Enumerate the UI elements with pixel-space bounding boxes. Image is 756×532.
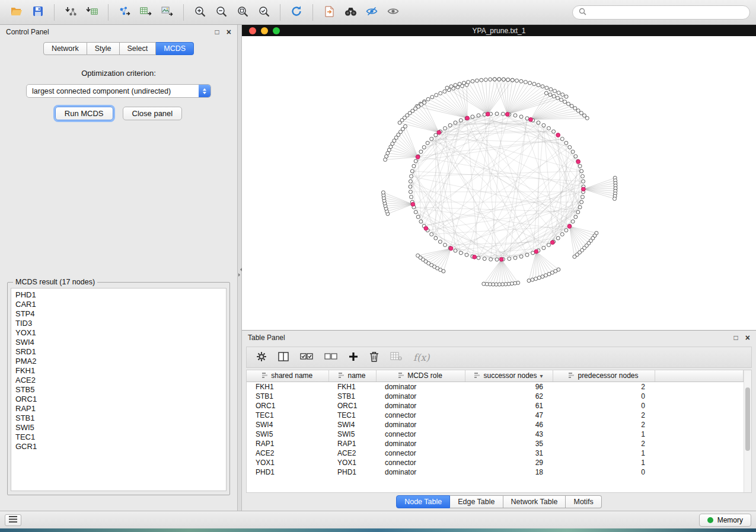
cell[interactable]: 1 (553, 448, 655, 458)
cell[interactable]: 2 (553, 382, 655, 392)
cell[interactable]: connector (376, 458, 465, 467)
cell[interactable]: PHD1 (328, 467, 376, 477)
cell[interactable]: SWI5 (328, 430, 376, 439)
cell[interactable]: 0 (553, 401, 655, 411)
mcds-result-item[interactable]: SRD1 (15, 347, 222, 357)
find-button[interactable] (340, 2, 361, 23)
column-header-MCDS-role[interactable]: MCDS role (376, 370, 465, 382)
column-header-successor-nodes[interactable]: successor nodes▾ (465, 370, 553, 382)
cell[interactable]: dominator (376, 401, 465, 411)
table-row[interactable]: TEC1TEC1connector472 (247, 411, 744, 420)
cell[interactable]: 47 (465, 411, 553, 420)
table-row[interactable]: RAP1RAP1dominator352 (247, 439, 744, 448)
close-window-icon[interactable] (249, 27, 256, 34)
cell[interactable]: 46 (465, 420, 553, 430)
open-file-button[interactable] (6, 2, 27, 23)
save-button[interactable] (27, 2, 49, 23)
cell[interactable]: PHD1 (247, 467, 328, 477)
close-table-panel-icon[interactable]: × (745, 334, 750, 342)
mcds-result-item[interactable]: SWI5 (15, 423, 222, 432)
cell[interactable]: 18 (465, 467, 553, 477)
cell[interactable]: FKH1 (247, 382, 328, 392)
cell[interactable]: 2 (553, 411, 655, 420)
cell[interactable]: dominator (376, 439, 465, 448)
cell[interactable]: 43 (465, 430, 553, 439)
zoom-selected-button[interactable] (253, 2, 275, 23)
cell[interactable]: 96 (465, 382, 553, 392)
cell[interactable]: STB1 (328, 392, 376, 401)
cell[interactable]: 1 (553, 430, 655, 439)
mcds-result-item[interactable]: SWI4 (15, 338, 222, 347)
tab-style[interactable]: Style (87, 42, 120, 55)
tab-node-table[interactable]: Node Table (396, 495, 450, 508)
export-table-button[interactable] (135, 2, 157, 23)
close-panel-icon[interactable]: × (227, 28, 231, 36)
hide-graphics-button[interactable] (361, 2, 382, 23)
cell[interactable]: 35 (465, 439, 553, 448)
mcds-result-item[interactable]: YOX1 (15, 328, 222, 338)
mcds-result-item[interactable]: ACE2 (15, 376, 222, 385)
cell[interactable]: connector (376, 448, 465, 458)
table-settings-button[interactable] (256, 351, 267, 364)
table-row[interactable]: ACE2ACE2connector311 (247, 448, 744, 458)
cell[interactable]: dominator (376, 392, 465, 401)
search-input[interactable] (590, 8, 744, 17)
export-image-button[interactable] (157, 2, 178, 23)
cell[interactable]: ORC1 (247, 401, 328, 411)
cell[interactable]: ACE2 (247, 448, 328, 458)
cell[interactable]: 0 (553, 392, 655, 401)
splitter-collapse-icons[interactable] (238, 268, 243, 277)
column-header-name[interactable]: name (328, 370, 376, 382)
float-panel-icon[interactable]: □ (215, 28, 219, 36)
cell[interactable]: TEC1 (247, 411, 328, 420)
cell[interactable]: SWI4 (247, 420, 328, 430)
cell[interactable]: dominator (376, 467, 465, 477)
cell[interactable]: 0 (553, 467, 655, 477)
mcds-result-item[interactable]: CAR1 (15, 300, 222, 309)
mcds-result-item[interactable]: ORC1 (15, 395, 222, 404)
table-row[interactable]: FKH1FKH1dominator962 (247, 382, 744, 392)
table-vertical-scrollbar[interactable] (744, 370, 751, 492)
deselect-all-button[interactable] (324, 352, 337, 363)
cell[interactable]: RAP1 (328, 439, 376, 448)
cell[interactable]: SWI4 (328, 420, 376, 430)
tab-edge-table[interactable]: Edge Table (450, 495, 503, 508)
cell[interactable]: YOX1 (328, 458, 376, 467)
network-titlebar[interactable]: YPA_prune.txt_1 (242, 25, 756, 36)
cell[interactable]: YOX1 (247, 458, 328, 467)
mcds-result-item[interactable]: PHD1 (15, 290, 222, 300)
show-columns-button[interactable] (278, 352, 289, 363)
cell[interactable]: dominator (376, 420, 465, 430)
table-row[interactable]: SWI5SWI5connector431 (247, 430, 744, 439)
delete-column-button[interactable] (369, 351, 379, 364)
select-all-button[interactable] (300, 352, 313, 363)
tab-network[interactable]: Network (43, 42, 87, 55)
mcds-result-item[interactable]: STB1 (15, 414, 222, 423)
mcds-result-item[interactable]: GCR1 (15, 442, 222, 451)
share-document-button[interactable] (318, 2, 340, 23)
network-canvas[interactable] (242, 36, 756, 330)
cell[interactable]: 61 (465, 401, 553, 411)
cell[interactable]: 29 (465, 458, 553, 467)
mcds-result-item[interactable]: PMA2 (15, 357, 222, 366)
table-row[interactable]: YOX1YOX1connector291 (247, 458, 744, 467)
mcds-result-list[interactable]: PHD1CAR1STP4TID3YOX1SWI4SRD1PMA2FKH1ACE2… (11, 288, 227, 491)
cell[interactable]: 2 (553, 439, 655, 448)
scrollbar-thumb[interactable] (745, 387, 750, 451)
zoom-out-button[interactable] (210, 2, 232, 23)
cell[interactable]: STB1 (247, 392, 328, 401)
mcds-result-item[interactable]: TID3 (15, 319, 222, 328)
memory-button[interactable]: Memory (699, 514, 751, 527)
panel-splitter[interactable] (237, 25, 242, 511)
mcds-result-item[interactable]: STP4 (15, 309, 222, 319)
import-network-button[interactable] (60, 2, 81, 23)
cell[interactable]: ACE2 (328, 448, 376, 458)
table-row[interactable]: ORC1ORC1dominator610 (247, 401, 744, 411)
tab-motifs[interactable]: Motifs (566, 495, 601, 508)
close-panel-button[interactable]: Close panel (123, 107, 183, 120)
mcds-result-item[interactable]: FKH1 (15, 366, 222, 376)
delete-table-button[interactable] (390, 352, 402, 363)
cell[interactable]: 31 (465, 448, 553, 458)
run-mcds-button[interactable]: Run MCDS (55, 107, 113, 120)
zoom-in-button[interactable] (189, 2, 210, 23)
